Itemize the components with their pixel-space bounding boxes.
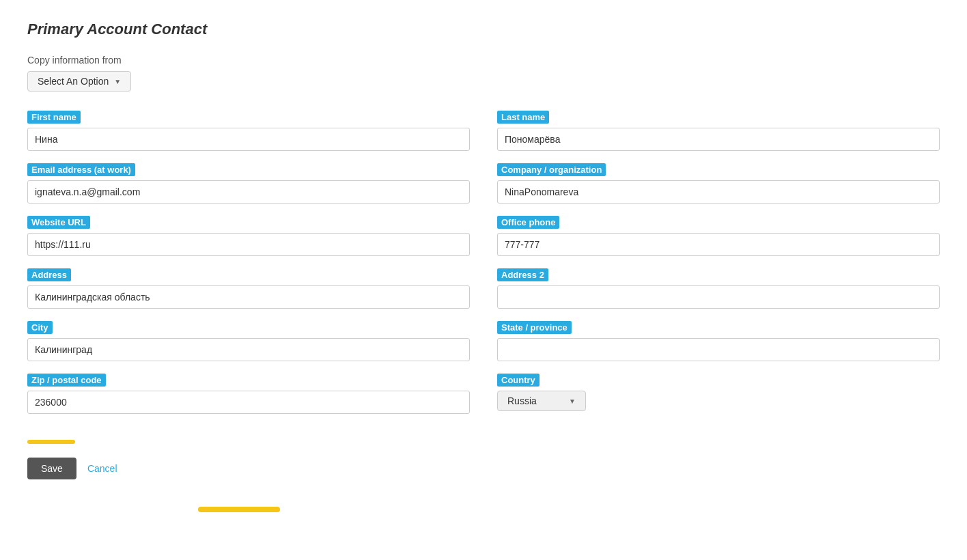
- address-input[interactable]: [27, 285, 470, 309]
- save-button[interactable]: Save: [27, 458, 76, 479]
- zip-group: Zip / postal code: [27, 374, 470, 414]
- copy-select-button[interactable]: Select An Option ▼: [27, 71, 131, 92]
- country-group: Country Russia ▼: [497, 374, 940, 414]
- state-group: State / province: [497, 321, 940, 361]
- cancel-link[interactable]: Cancel: [87, 463, 117, 474]
- office-phone-group: Office phone: [497, 216, 940, 256]
- city-label: City: [27, 321, 53, 334]
- state-input[interactable]: [497, 338, 940, 361]
- city-input[interactable]: [27, 338, 470, 361]
- zip-label: Zip / postal code: [27, 374, 106, 387]
- last-name-group: Last name: [497, 111, 940, 151]
- country-label: Country: [497, 374, 539, 387]
- page-title: Primary Account Contact: [27, 20, 940, 38]
- country-select-button[interactable]: Russia ▼: [497, 391, 586, 411]
- country-value: Russia: [507, 395, 537, 406]
- company-group: Company / organization: [497, 163, 940, 204]
- copy-label: Copy information from: [27, 55, 940, 66]
- address2-label: Address 2: [497, 268, 548, 281]
- first-name-group: First name: [27, 111, 470, 151]
- last-name-input[interactable]: [497, 128, 940, 151]
- company-label: Company / organization: [497, 163, 606, 176]
- form-actions: Save Cancel: [27, 458, 940, 479]
- chevron-down-icon: ▼: [569, 397, 576, 405]
- address-label: Address: [27, 268, 71, 281]
- copy-select-label: Select An Option: [38, 76, 109, 87]
- office-phone-label: Office phone: [497, 216, 559, 229]
- address2-group: Address 2: [497, 268, 940, 309]
- website-group: Website URL: [27, 216, 470, 256]
- website-input[interactable]: [27, 233, 470, 256]
- first-name-label: First name: [27, 111, 81, 124]
- yellow-divider-top: [27, 440, 75, 444]
- yellow-divider-bottom: [198, 507, 280, 512]
- state-label: State / province: [497, 321, 572, 334]
- chevron-down-icon: ▼: [114, 78, 121, 85]
- email-group: Email address (at work): [27, 163, 470, 204]
- company-input[interactable]: [497, 180, 940, 204]
- email-input[interactable]: [27, 180, 470, 204]
- website-label: Website URL: [27, 216, 90, 229]
- email-label: Email address (at work): [27, 163, 135, 176]
- address-group: Address: [27, 268, 470, 309]
- address2-input[interactable]: [497, 285, 940, 309]
- form: First name Last name Email address (at w…: [27, 111, 940, 426]
- last-name-label: Last name: [497, 111, 549, 124]
- copy-section: Copy information from Select An Option ▼: [27, 55, 940, 92]
- office-phone-input[interactable]: [497, 233, 940, 256]
- zip-input[interactable]: [27, 391, 470, 414]
- city-group: City: [27, 321, 470, 361]
- first-name-input[interactable]: [27, 128, 470, 151]
